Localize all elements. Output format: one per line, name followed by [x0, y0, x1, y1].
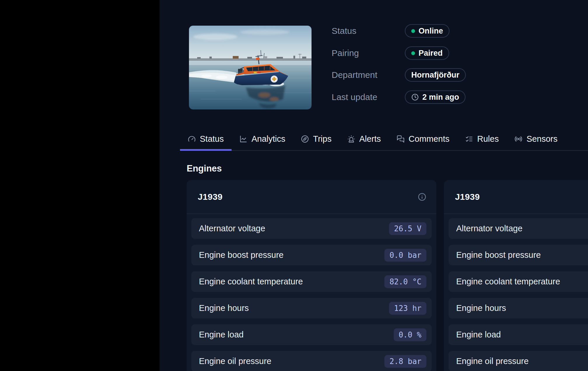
compass-icon: [301, 135, 309, 143]
tab-bar: Status Analytics Trips Alerts Comments R…: [180, 127, 588, 151]
tab-comments[interactable]: Comments: [389, 127, 457, 150]
sensor-label: Engine load: [199, 330, 244, 340]
line-chart-icon: [239, 135, 247, 143]
sensor-row: Engine coolant temperature 82.0 °C: [191, 271, 432, 292]
sensor-row: Alternator voltage: [449, 218, 588, 239]
status-badge: Online: [405, 24, 449, 38]
tab-label: Rules: [477, 134, 499, 144]
badge-text: Paired: [419, 49, 443, 58]
tab-label: Sensors: [526, 134, 557, 144]
engine-card-2: J1939 Alternator voltage Engine boost pr…: [444, 180, 588, 371]
section-title-engines: Engines: [187, 163, 222, 174]
sensor-value: 0.0 bar: [384, 249, 426, 262]
last-update-badge: 2 min ago: [405, 90, 466, 104]
sensor-row: Engine hours: [449, 298, 588, 318]
sensor-label: Engine oil pressure: [456, 356, 528, 366]
sensor-row: Engine boost pressure: [449, 245, 588, 265]
sensor-value: 0.0 %: [394, 328, 426, 341]
pairing-badge: Paired: [405, 46, 449, 60]
tab-sensors[interactable]: Sensors: [507, 127, 565, 150]
sensor-label: Engine boost pressure: [456, 250, 541, 260]
siren-icon: [347, 135, 355, 143]
sensor-label: Engine oil pressure: [199, 356, 271, 366]
tab-trips[interactable]: Trips: [293, 127, 339, 150]
tab-rules[interactable]: Rules: [457, 127, 507, 150]
sensor-label: Engine hours: [199, 303, 249, 313]
tab-label: Alerts: [359, 134, 381, 144]
radio-icon: [514, 135, 522, 143]
meta-row-status: Status Online: [332, 24, 449, 38]
sensor-value: 2.8 bar: [384, 355, 426, 368]
sensor-row: Engine load: [449, 324, 588, 345]
badge-text: Online: [419, 27, 443, 36]
tab-status[interactable]: Status: [180, 127, 232, 150]
rescue-boat-illustration: [189, 26, 312, 109]
meta-label: Pairing: [332, 48, 405, 58]
card-title: J1939: [198, 192, 223, 202]
left-gutter: [0, 0, 160, 371]
sensor-label: Alternator voltage: [199, 224, 265, 233]
card-title: J1939: [455, 192, 480, 202]
engine-cards: J1939 Alternator voltage 26.5 V Engine b…: [187, 180, 588, 371]
meta-row-department: Department Hornafjörður: [332, 68, 466, 82]
meta-row-pairing: Pairing Paired: [332, 46, 449, 60]
sensor-label: Engine load: [456, 330, 501, 340]
meta-label: Status: [332, 26, 405, 36]
engine-card-1: J1939 Alternator voltage 26.5 V Engine b…: [187, 180, 436, 371]
tab-label: Trips: [313, 134, 331, 144]
vessel-photo: [189, 26, 312, 109]
badge-text: Hornafjörður: [411, 71, 459, 80]
sensor-row: Engine oil pressure 2.8 bar: [191, 351, 432, 371]
meta-row-last-update: Last update 2 min ago: [332, 90, 466, 104]
sensor-label: Engine hours: [456, 303, 506, 313]
sensor-label: Engine boost pressure: [199, 250, 284, 260]
sensor-row: Engine load 0.0 %: [191, 324, 432, 345]
sensor-value: 26.5 V: [389, 222, 426, 235]
sensor-rows: Alternator voltage 26.5 V Engine boost p…: [187, 214, 436, 371]
sensor-row: Alternator voltage 26.5 V: [191, 218, 432, 239]
badge-text: 2 min ago: [422, 93, 459, 102]
card-header: J1939: [187, 180, 436, 214]
checklist-icon: [465, 135, 473, 143]
tab-label: Comments: [409, 134, 449, 144]
sensor-row: Engine coolant temperature: [449, 271, 588, 292]
sensor-label: Engine coolant temperature: [456, 277, 560, 286]
department-badge: Hornafjörður: [405, 68, 466, 82]
clock-icon: [411, 93, 419, 101]
gauge-icon: [188, 135, 196, 143]
tab-alerts[interactable]: Alerts: [340, 127, 389, 150]
sensor-label: Alternator voltage: [456, 224, 522, 233]
meta-label: Department: [332, 70, 405, 80]
paired-dot-icon: [411, 51, 415, 55]
sensor-rows: Alternator voltage Engine boost pressure…: [444, 214, 588, 371]
online-dot-icon: [411, 29, 415, 33]
card-header: J1939: [444, 180, 588, 214]
sensor-label: Engine coolant temperature: [199, 277, 303, 286]
chat-icon: [397, 135, 405, 143]
meta-label: Last update: [332, 92, 405, 102]
info-icon[interactable]: [418, 192, 426, 201]
tab-label: Analytics: [251, 134, 285, 144]
sensor-row: Engine hours 123 hr: [191, 298, 432, 318]
tab-label: Status: [200, 134, 224, 144]
app-panel: Status Online Pairing Paired Department …: [160, 0, 588, 371]
sensor-row: Engine oil pressure: [449, 351, 588, 371]
sensor-row: Engine boost pressure 0.0 bar: [191, 245, 432, 265]
sensor-value: 82.0 °C: [384, 275, 426, 288]
sensor-value: 123 hr: [389, 302, 426, 315]
tab-analytics[interactable]: Analytics: [232, 127, 293, 150]
